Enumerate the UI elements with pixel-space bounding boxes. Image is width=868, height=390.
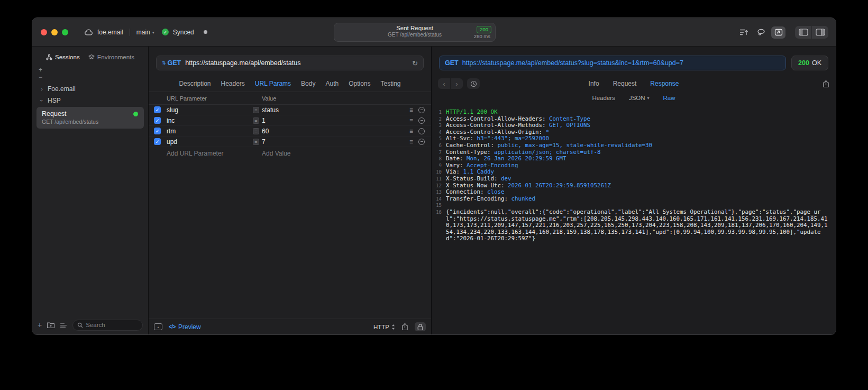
- remove-param-icon[interactable]: [418, 117, 425, 124]
- line-number: 6: [432, 142, 446, 149]
- tab-testing[interactable]: Testing: [381, 80, 401, 87]
- share-icon[interactable]: [401, 323, 408, 331]
- tab-headers[interactable]: Headers: [221, 80, 244, 87]
- synced-check-icon: [162, 29, 169, 35]
- main-content: Sessions Environments Foe.email: [32, 47, 836, 334]
- sent-request-url[interactable]: GET https://statuspage.me/api/embed/stat…: [439, 56, 786, 70]
- subtab-json-dropdown[interactable]: JSON: [629, 95, 650, 101]
- param-enabled-checkbox[interactable]: [154, 138, 161, 145]
- remove-param-icon[interactable]: [418, 139, 425, 145]
- tab-environments[interactable]: Environments: [88, 54, 134, 60]
- header-value: chunked: [511, 195, 536, 202]
- project-name[interactable]: foe.email: [97, 29, 123, 36]
- param-value-field[interactable]: 60: [262, 128, 269, 135]
- branch-selector[interactable]: main: [136, 29, 154, 36]
- toggle-right-panel-icon[interactable]: [812, 26, 828, 39]
- param-value-field[interactable]: 7: [262, 138, 266, 146]
- equals-icon: [253, 139, 259, 145]
- param-enabled-checkbox[interactable]: [154, 117, 161, 124]
- reorder-handle-icon[interactable]: [409, 128, 413, 135]
- subtab-headers[interactable]: Headers: [592, 95, 615, 101]
- editor-footer: </> Preview HTTP: [149, 319, 431, 334]
- refresh-icon[interactable]: [412, 59, 418, 67]
- add-param-name-placeholder[interactable]: Add URL Parameter: [167, 150, 253, 157]
- subtab-raw[interactable]: Raw: [663, 95, 675, 101]
- response-body[interactable]: 1 HTTP/1.1 200 OK 2 Access-Control-Allow…: [432, 104, 836, 334]
- add-param-value-placeholder[interactable]: Add Value: [253, 150, 426, 157]
- param-enabled-checkbox[interactable]: [154, 128, 161, 134]
- param-name-field[interactable]: rtm: [167, 128, 253, 135]
- close-window-button[interactable]: [41, 29, 47, 35]
- request-list-item[interactable]: Request GET /api/embed/status: [36, 107, 144, 129]
- app-window: foe.email main Synced Sent Request GET /…: [32, 17, 836, 335]
- param-name-field[interactable]: inc: [167, 117, 253, 124]
- param-row: upd 7: [149, 137, 431, 147]
- search-box[interactable]: [72, 320, 143, 331]
- column-header-value: Value: [253, 95, 426, 102]
- sent-request-pill[interactable]: Sent Request GET /api/embed/status 200 2…: [334, 23, 496, 42]
- history-forward-button[interactable]: [451, 78, 463, 89]
- tab-request[interactable]: Request: [613, 80, 637, 87]
- lock-icon[interactable]: [415, 322, 426, 331]
- tree-item-hsp[interactable]: HSP: [32, 95, 148, 106]
- param-name-field[interactable]: slug: [167, 106, 253, 114]
- tab-url-params[interactable]: URL Params: [255, 80, 291, 87]
- header-value: 1.1 Caddy: [463, 168, 495, 175]
- tree-item-label: Foe.email: [48, 85, 76, 93]
- tab-sessions[interactable]: Sessions: [46, 54, 80, 60]
- tab-info[interactable]: Info: [589, 80, 599, 87]
- tab-description[interactable]: Description: [179, 80, 211, 87]
- remove-param-icon[interactable]: [418, 107, 425, 113]
- divider: [130, 29, 130, 36]
- status-code-badge: 200: [477, 26, 491, 33]
- header-name: Content-Type:: [446, 149, 494, 156]
- tab-response[interactable]: Response: [650, 80, 679, 87]
- param-name-field[interactable]: upd: [167, 138, 253, 146]
- reorder-handle-icon[interactable]: [409, 138, 413, 146]
- method-selector[interactable]: GET: [162, 59, 181, 67]
- request-url-input[interactable]: https://statuspage.me/api/embed/status: [185, 59, 408, 67]
- request-item-title: Request: [42, 110, 139, 117]
- history-clock-button[interactable]: [467, 78, 480, 89]
- line-number: 8: [432, 156, 446, 162]
- minimize-window-button[interactable]: [51, 29, 58, 35]
- line-number: 14: [432, 196, 446, 203]
- tree-item-foe-email[interactable]: Foe.email: [32, 83, 148, 95]
- tab-body[interactable]: Body: [301, 80, 315, 87]
- request-item-subtitle: GET /api/embed/status: [42, 119, 139, 125]
- new-folder-icon[interactable]: [47, 322, 55, 329]
- search-input[interactable]: [86, 322, 138, 328]
- list-view-icon[interactable]: [60, 322, 68, 328]
- remove-item-button[interactable]: [39, 74, 148, 81]
- tree-item-label: HSP: [48, 97, 61, 104]
- tab-options[interactable]: Options: [349, 80, 370, 87]
- sidebar-add-remove: [32, 66, 148, 81]
- protocol-selector[interactable]: HTTP: [373, 324, 395, 330]
- preview-label: Preview: [178, 323, 201, 331]
- reorder-handle-icon[interactable]: [409, 117, 413, 124]
- header-name: Via:: [446, 168, 463, 175]
- history-back-button[interactable]: [438, 78, 450, 89]
- preview-button[interactable]: </> Preview: [169, 323, 201, 331]
- param-value-field[interactable]: status: [262, 106, 279, 114]
- stepper-icon: [391, 324, 395, 330]
- add-request-button[interactable]: [38, 321, 42, 329]
- param-row: inc 1: [149, 115, 431, 126]
- add-item-button[interactable]: [39, 67, 148, 74]
- request-url-bar[interactable]: GET https://statuspage.me/api/embed/stat…: [156, 56, 424, 70]
- reorder-handle-icon[interactable]: [409, 106, 413, 114]
- export-response-icon[interactable]: [823, 80, 829, 88]
- toggle-left-panel-icon[interactable]: [795, 26, 811, 39]
- remove-param-icon[interactable]: [418, 128, 425, 134]
- param-value-field[interactable]: 1: [262, 117, 266, 124]
- zoom-window-button[interactable]: [62, 29, 68, 35]
- lasso-icon[interactable]: [754, 26, 768, 39]
- tab-auth[interactable]: Auth: [325, 80, 339, 87]
- toggle-bottom-panel-icon[interactable]: [154, 323, 162, 330]
- line-number: 16: [432, 209, 446, 242]
- response-status-badge: 200 OK: [791, 56, 828, 70]
- chevron-right-icon: [40, 86, 44, 92]
- sort-lines-icon[interactable]: [736, 26, 751, 39]
- import-window-icon[interactable]: [771, 26, 785, 39]
- param-enabled-checkbox[interactable]: [154, 106, 161, 113]
